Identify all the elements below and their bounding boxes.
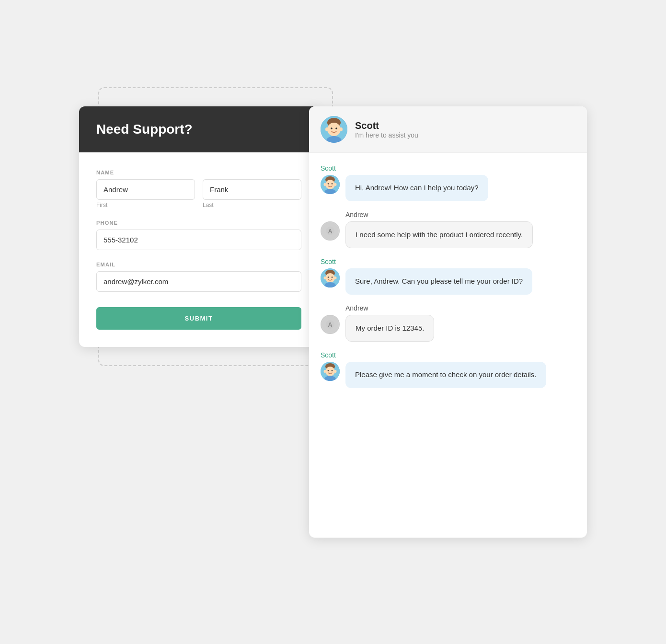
name-field-group: NAME First Last — [96, 170, 301, 208]
chat-header: Scott I'm here to assist you — [309, 106, 587, 153]
andrew-label-2: Andrew — [321, 304, 575, 312]
form-body: NAME First Last PHONE — [79, 152, 319, 347]
svg-point-13 — [324, 183, 326, 186]
message-group-3: Scott — [321, 258, 575, 295]
last-name-col: Last — [203, 179, 301, 208]
svg-point-24 — [324, 276, 326, 279]
first-name-input[interactable] — [96, 179, 195, 200]
bubble-5: Please give me a moment to check on your… — [345, 362, 546, 388]
form-title: Need Support? — [96, 122, 301, 137]
scott-label-3: Scott — [321, 351, 575, 359]
chat-messages: Scott — [309, 153, 587, 538]
message-row-4: A My order ID is 12345. — [321, 315, 575, 342]
bubble-text-5: Please give me a moment to check on your… — [355, 370, 537, 379]
svg-point-22 — [328, 276, 329, 278]
phone-label: PHONE — [96, 220, 301, 226]
email-input[interactable] — [96, 271, 301, 292]
agent-name: Scott — [355, 120, 418, 131]
svg-point-5 — [325, 127, 328, 131]
scott-mini-svg-3 — [321, 362, 340, 381]
svg-point-14 — [334, 183, 337, 186]
svg-point-36 — [334, 370, 337, 373]
message-group-4: Andrew A My order ID is 12345. — [321, 304, 575, 342]
message-row-2: A I need some help with the product I or… — [321, 221, 575, 249]
email-label: EMAIL — [96, 262, 301, 267]
agent-subtitle: I'm here to assist you — [355, 131, 418, 139]
bubble-text-3: Sure, Andrew. Can you please tell me you… — [355, 277, 523, 285]
phone-input[interactable] — [96, 230, 301, 250]
first-name-sublabel: First — [96, 202, 195, 208]
scott-label-2: Scott — [321, 258, 575, 265]
andrew-msg-avatar-1: A — [321, 221, 340, 241]
andrew-mini-svg-2: A — [322, 315, 339, 334]
bubble-text-1: Hi, Andrew! How can I help you today? — [355, 184, 479, 192]
submit-button[interactable]: SUBMIT — [96, 307, 301, 330]
svg-text:A: A — [328, 321, 332, 328]
svg-point-21 — [325, 273, 335, 283]
agent-info: Scott I'm here to assist you — [355, 120, 418, 139]
svg-point-6 — [340, 127, 343, 131]
svg-point-12 — [332, 183, 333, 184]
svg-point-3 — [331, 127, 333, 129]
bubble-text-2: I need some help with the product I orde… — [356, 230, 523, 239]
svg-point-10 — [325, 180, 335, 189]
message-group-2: Andrew A I need some help with the produ… — [321, 211, 575, 249]
andrew-msg-avatar-2: A — [321, 315, 340, 334]
message-row-5: Please give me a moment to check on your… — [321, 362, 575, 388]
name-row: First Last — [96, 179, 301, 208]
svg-point-32 — [325, 367, 335, 376]
message-group-1: Scott — [321, 164, 575, 201]
bubble-1: Hi, Andrew! How can I help you today? — [345, 175, 488, 201]
message-group-5: Scott — [321, 351, 575, 388]
name-label: NAME — [96, 170, 301, 175]
form-header: Need Support? — [79, 106, 319, 152]
svg-point-23 — [332, 276, 333, 278]
scott-label-1: Scott — [321, 164, 575, 172]
message-row-1: Hi, Andrew! How can I help you today? — [321, 175, 575, 201]
last-name-sublabel: Last — [203, 202, 301, 208]
scott-msg-avatar-3 — [321, 362, 340, 381]
scott-avatar-svg — [321, 116, 347, 143]
andrew-mini-svg-1: A — [322, 221, 339, 241]
svg-point-25 — [334, 276, 337, 279]
support-form-wrapper: Need Support? NAME First Last — [79, 106, 319, 347]
svg-point-11 — [328, 183, 329, 184]
bubble-2: I need some help with the product I orde… — [345, 221, 533, 249]
scott-mini-svg-1 — [321, 175, 340, 194]
agent-avatar — [321, 116, 347, 143]
scott-msg-avatar-1 — [321, 175, 340, 194]
message-row-3: Sure, Andrew. Can you please tell me you… — [321, 268, 575, 295]
scott-msg-avatar-2 — [321, 268, 340, 288]
svg-point-33 — [328, 370, 329, 371]
svg-point-4 — [335, 127, 337, 129]
first-name-col: First — [96, 179, 195, 208]
andrew-label-1: Andrew — [321, 211, 575, 218]
svg-point-35 — [324, 370, 326, 373]
svg-point-2 — [327, 123, 341, 136]
phone-field-group: PHONE — [96, 220, 301, 250]
bubble-4: My order ID is 12345. — [345, 315, 434, 342]
scott-mini-svg-2 — [321, 268, 340, 288]
svg-point-34 — [332, 370, 333, 371]
last-name-input[interactable] — [203, 179, 301, 200]
svg-text:A: A — [328, 228, 332, 234]
chat-panel: Scott I'm here to assist you Scott — [309, 106, 587, 538]
bubble-text-4: My order ID is 12345. — [356, 324, 424, 332]
support-form: Need Support? NAME First Last — [79, 106, 319, 347]
email-field-group: EMAIL — [96, 262, 301, 292]
bubble-3: Sure, Andrew. Can you please tell me you… — [345, 268, 532, 295]
